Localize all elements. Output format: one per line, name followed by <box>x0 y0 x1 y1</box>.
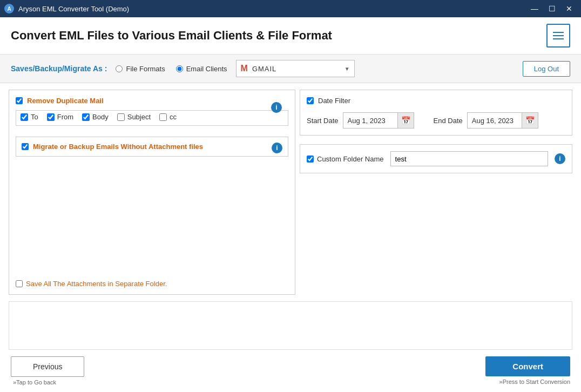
checkbox-cc[interactable]: cc <box>159 113 177 121</box>
title-bar-controls: — ☐ ✕ <box>527 3 577 14</box>
left-panel-spacer <box>16 165 288 271</box>
custom-folder-left: Custom Folder Name <box>307 155 384 163</box>
previous-button[interactable]: Previous <box>11 356 84 377</box>
migrate-backup-info-icon[interactable]: i <box>272 143 282 153</box>
maximize-button[interactable]: ☐ <box>544 3 559 14</box>
hamburger-line-1 <box>553 32 564 33</box>
custom-folder-label: Custom Folder Name <box>317 155 384 163</box>
title-bar-left: A Aryson EML Converter Tool (Demo) <box>4 4 129 13</box>
duplicate-mail-checkbox[interactable] <box>16 97 23 104</box>
hamburger-line-2 <box>553 35 564 36</box>
right-panel: Date Filter Start Date 📅 End Date <box>300 90 572 295</box>
radio-email-clients-input[interactable] <box>176 65 183 72</box>
gmail-text: GMAIL <box>252 65 340 73</box>
start-date-input-wrap: 📅 <box>343 112 414 129</box>
checkbox-subject[interactable]: Subject <box>117 113 151 121</box>
radio-file-formats-input[interactable] <box>116 65 123 72</box>
end-date-calendar-button[interactable]: 📅 <box>522 113 538 128</box>
app-logo: A <box>4 4 14 13</box>
convert-button[interactable]: Convert <box>485 356 570 376</box>
duplicate-mail-title: Remove Duplicate Mail <box>27 97 104 105</box>
saves-label: Saves/Backup/Migrate As : <box>11 64 107 73</box>
right-panel-spacer <box>300 182 572 295</box>
gmail-logo-icon: M <box>241 64 248 73</box>
checkbox-body-input[interactable] <box>82 113 90 121</box>
save-attachments-label[interactable]: Save All The Attachments in Separate Fol… <box>16 280 288 288</box>
start-date-calendar-button[interactable]: 📅 <box>397 113 414 128</box>
date-row: Start Date 📅 End Date 📅 <box>307 112 565 129</box>
checkbox-from-input[interactable] <box>47 113 55 121</box>
hamburger-button[interactable] <box>546 24 570 48</box>
save-attachments-checkbox[interactable] <box>16 280 23 287</box>
main-body: Remove Duplicate Mail i To From Body <box>0 83 581 301</box>
toolbar: Saves/Backup/Migrate As : File Formats E… <box>0 55 581 83</box>
title-bar-text: Aryson EML Converter Tool (Demo) <box>18 5 129 13</box>
checkbox-to[interactable]: To <box>21 113 38 121</box>
app-header: Convert EML Files to Various Email Clien… <box>0 17 581 55</box>
duplicate-mail-checkboxes: To From Body Subject <box>16 110 288 126</box>
page-title: Convert EML Files to Various Email Clien… <box>11 29 332 43</box>
custom-folder-info-icon[interactable]: i <box>555 153 565 164</box>
footer: Previous »Tap to Go back Convert »Press … <box>0 350 581 392</box>
checkbox-body[interactable]: Body <box>82 113 109 121</box>
footer-right: Convert »Press to Start Conversion <box>485 356 570 385</box>
gmail-dropdown[interactable]: M GMAIL ▼ <box>236 60 355 77</box>
custom-folder-input[interactable] <box>390 151 548 166</box>
save-attachments-section: Save All The Attachments in Separate Fol… <box>16 280 288 288</box>
checkbox-subject-input[interactable] <box>117 113 125 121</box>
migrate-backup-section: Migrate or Backup Emails Without Attachm… <box>16 137 288 157</box>
checkbox-from[interactable]: From <box>47 113 73 121</box>
date-filter-label: Date Filter <box>318 97 350 105</box>
minimize-button[interactable]: — <box>527 3 542 14</box>
date-filter-checkbox[interactable] <box>307 97 314 104</box>
footer-left: Previous »Tap to Go back <box>11 356 84 386</box>
migrate-backup-checkbox[interactable] <box>22 143 29 150</box>
dropdown-arrow-icon: ▼ <box>344 66 350 72</box>
app-content: Convert EML Files to Various Email Clien… <box>0 17 581 392</box>
radio-email-clients[interactable]: Email Clients <box>176 65 227 73</box>
custom-folder-section: Custom Folder Name i <box>300 144 572 173</box>
left-panel: Remove Duplicate Mail i To From Body <box>9 90 295 295</box>
end-date-input-wrap: 📅 <box>467 112 538 129</box>
logout-button[interactable]: Log Out <box>523 61 570 77</box>
start-date-label: Start Date <box>307 117 339 125</box>
radio-file-formats[interactable]: File Formats <box>116 65 165 73</box>
tap-go-back-text: »Tap to Go back <box>13 379 84 386</box>
start-date-group: Start Date 📅 <box>307 112 414 129</box>
migrate-backup-title: Migrate or Backup Emails Without Attachm… <box>33 143 203 151</box>
date-filter-section: Date Filter Start Date 📅 End Date <box>300 90 572 136</box>
checkbox-to-input[interactable] <box>21 113 28 121</box>
end-date-group: End Date 📅 <box>434 112 538 129</box>
start-date-input[interactable] <box>343 114 397 127</box>
checkbox-cc-input[interactable] <box>159 113 167 121</box>
custom-folder-checkbox[interactable] <box>307 156 314 163</box>
duplicate-mail-header: Remove Duplicate Mail i <box>16 97 288 105</box>
duplicate-mail-section: Remove Duplicate Mail i To From Body <box>16 97 288 126</box>
end-date-input[interactable] <box>468 114 522 127</box>
end-date-label: End Date <box>434 117 463 125</box>
radio-group: File Formats Email Clients <box>116 65 227 73</box>
close-button[interactable]: ✕ <box>562 3 577 14</box>
date-filter-header: Date Filter <box>307 97 565 105</box>
duplicate-mail-info-icon[interactable]: i <box>271 102 282 113</box>
press-start-text: »Press to Start Conversion <box>499 379 570 385</box>
hamburger-line-3 <box>553 38 564 39</box>
log-area <box>9 301 572 350</box>
migrate-backup-header: Migrate or Backup Emails Without Attachm… <box>22 143 266 151</box>
title-bar: A Aryson EML Converter Tool (Demo) — ☐ ✕ <box>0 0 581 17</box>
